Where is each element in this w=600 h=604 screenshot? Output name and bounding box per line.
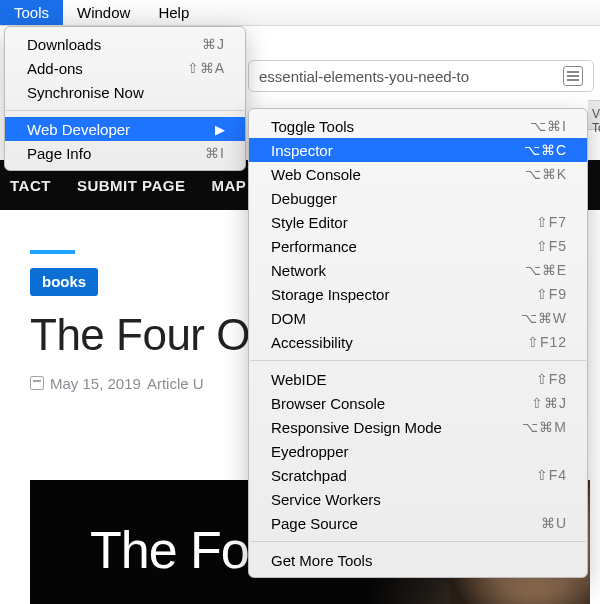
menu-bar: Tools Window Help	[0, 0, 600, 26]
menu-accessibility-shortcut: ⇧F12	[527, 334, 567, 350]
nav-map[interactable]: MAP	[211, 177, 246, 194]
menu-storage-inspector[interactable]: Storage Inspector⇧F9	[249, 282, 587, 306]
address-bar[interactable]: essential-elements-you-need-to	[248, 60, 594, 92]
menu-inspector-label: Inspector	[271, 142, 496, 159]
tab-label[interactable]: Veb To	[592, 107, 600, 135]
web-developer-menu: Toggle Tools⌥⌘I Inspector⌥⌘C Web Console…	[248, 108, 588, 578]
menu-scratchpad-label: Scratchpad	[271, 467, 508, 484]
menu-performance[interactable]: Performance⇧F5	[249, 234, 587, 258]
menu-browser-console[interactable]: Browser Console⇧⌘J	[249, 391, 587, 415]
menu-webide-shortcut: ⇧F8	[536, 371, 567, 387]
menu-service-workers[interactable]: Service Workers	[249, 487, 587, 511]
menu-debugger-label: Debugger	[271, 190, 567, 207]
menu-browser-console-label: Browser Console	[271, 395, 503, 412]
article-meta-suffix: Article U	[147, 375, 204, 392]
menu-page-source[interactable]: Page Source⌘U	[249, 511, 587, 535]
menu-accessibility-label: Accessibility	[271, 334, 499, 351]
category-tag[interactable]: books	[30, 268, 98, 296]
menu-scratchpad[interactable]: Scratchpad⇧F4	[249, 463, 587, 487]
menu-eyedropper-label: Eyedropper	[271, 443, 567, 460]
menu-dom[interactable]: DOM⌥⌘W	[249, 306, 587, 330]
menu-downloads[interactable]: Downloads ⌘J	[5, 32, 245, 56]
menu-toggle-tools[interactable]: Toggle Tools⌥⌘I	[249, 114, 587, 138]
menu-responsive-design-label: Responsive Design Mode	[271, 419, 494, 436]
menu-network-shortcut: ⌥⌘E	[525, 262, 567, 278]
submenu-chevron-icon: ▶	[215, 122, 225, 137]
menu-debugger[interactable]: Debugger	[249, 186, 587, 210]
menu-style-editor-label: Style Editor	[271, 214, 508, 231]
menu-separator	[6, 110, 244, 111]
menu-storage-inspector-shortcut: ⇧F9	[536, 286, 567, 302]
menu-eyedropper[interactable]: Eyedropper	[249, 439, 587, 463]
menu-web-console[interactable]: Web Console⌥⌘K	[249, 162, 587, 186]
menu-page-info-shortcut: ⌘I	[205, 145, 225, 161]
menu-get-more-tools[interactable]: Get More Tools	[249, 548, 587, 572]
menu-service-workers-label: Service Workers	[271, 491, 567, 508]
tab-strip: Veb To	[588, 100, 600, 130]
menu-separator	[250, 541, 586, 542]
menu-separator	[250, 360, 586, 361]
menu-toggle-tools-label: Toggle Tools	[271, 118, 502, 135]
reader-mode-icon[interactable]	[563, 66, 583, 86]
menu-help[interactable]: Help	[144, 0, 203, 25]
menu-window[interactable]: Window	[63, 0, 144, 25]
menu-style-editor-shortcut: ⇧F7	[536, 214, 567, 230]
menu-sync-label: Synchronise Now	[27, 84, 225, 101]
menu-sync[interactable]: Synchronise Now	[5, 80, 245, 104]
menu-web-developer[interactable]: Web Developer ▶	[5, 117, 245, 141]
menu-performance-shortcut: ⇧F5	[536, 238, 567, 254]
menu-browser-console-shortcut: ⇧⌘J	[531, 395, 567, 411]
menu-responsive-design-shortcut: ⌥⌘M	[522, 419, 567, 435]
menu-webide[interactable]: WebIDE⇧F8	[249, 367, 587, 391]
menu-performance-label: Performance	[271, 238, 508, 255]
menu-network[interactable]: Network⌥⌘E	[249, 258, 587, 282]
accent-bar	[30, 250, 75, 254]
menu-webide-label: WebIDE	[271, 371, 508, 388]
menu-toggle-tools-shortcut: ⌥⌘I	[530, 118, 567, 134]
menu-scratchpad-shortcut: ⇧F4	[536, 467, 567, 483]
menu-style-editor[interactable]: Style Editor⇧F7	[249, 210, 587, 234]
menu-inspector-shortcut: ⌥⌘C	[524, 142, 567, 158]
menu-accessibility[interactable]: Accessibility⇧F12	[249, 330, 587, 354]
menu-downloads-label: Downloads	[27, 36, 174, 53]
menu-downloads-shortcut: ⌘J	[202, 36, 225, 52]
menu-storage-inspector-label: Storage Inspector	[271, 286, 508, 303]
nav-contact[interactable]: TACT	[10, 177, 51, 194]
menu-responsive-design[interactable]: Responsive Design Mode⌥⌘M	[249, 415, 587, 439]
address-bar-url: essential-elements-you-need-to	[259, 68, 469, 85]
article-date: May 15, 2019	[50, 375, 141, 392]
menu-addons-shortcut: ⇧⌘A	[187, 60, 225, 76]
tools-menu: Downloads ⌘J Add-ons ⇧⌘A Synchronise Now…	[4, 26, 246, 171]
nav-submit[interactable]: SUBMIT PAGE	[77, 177, 186, 194]
menu-get-more-tools-label: Get More Tools	[271, 552, 567, 569]
menu-inspector[interactable]: Inspector⌥⌘C	[249, 138, 587, 162]
menu-page-info-label: Page Info	[27, 145, 177, 162]
menu-dom-shortcut: ⌥⌘W	[521, 310, 567, 326]
menu-dom-label: DOM	[271, 310, 493, 327]
menu-web-console-shortcut: ⌥⌘K	[525, 166, 567, 182]
menu-web-developer-label: Web Developer	[27, 121, 215, 138]
menu-addons-label: Add-ons	[27, 60, 159, 77]
menu-page-source-label: Page Source	[271, 515, 513, 532]
menu-web-console-label: Web Console	[271, 166, 497, 183]
menu-page-info[interactable]: Page Info ⌘I	[5, 141, 245, 165]
calendar-icon	[30, 376, 44, 390]
menu-network-label: Network	[271, 262, 497, 279]
menu-tools[interactable]: Tools	[0, 0, 63, 25]
menu-addons[interactable]: Add-ons ⇧⌘A	[5, 56, 245, 80]
menu-page-source-shortcut: ⌘U	[541, 515, 567, 531]
